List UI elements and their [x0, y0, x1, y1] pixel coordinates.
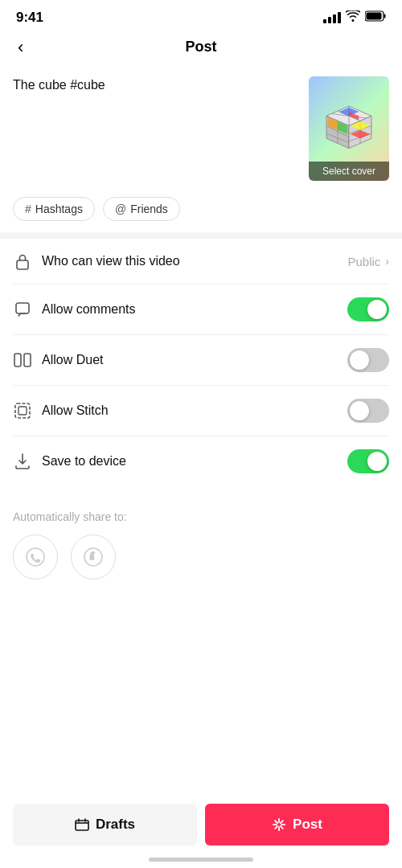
- duet-icon: [13, 350, 32, 370]
- svg-rect-29: [76, 821, 88, 830]
- post-label: Post: [293, 817, 322, 833]
- hashtags-button[interactable]: # Hashtags: [13, 197, 95, 221]
- allow-duet-row: Allow Duet: [13, 335, 389, 386]
- svg-rect-21: [17, 260, 28, 269]
- status-icons: [323, 10, 386, 25]
- toggle-knob: [350, 401, 369, 420]
- save-to-device-label: Save to device: [42, 454, 126, 469]
- share-icons-row: [13, 534, 389, 579]
- status-time: 9:41: [16, 10, 43, 26]
- post-button[interactable]: Post: [205, 804, 389, 845]
- allow-stitch-toggle[interactable]: [347, 399, 389, 423]
- svg-rect-26: [18, 407, 27, 415]
- hashtags-label: Hashtags: [35, 203, 83, 215]
- friends-label: Friends: [130, 203, 168, 215]
- toggle-knob: [350, 350, 369, 370]
- select-cover-button[interactable]: Select cover: [309, 162, 389, 181]
- who-can-view-row[interactable]: Who can view this video Public ›: [13, 239, 389, 285]
- signal-bars-icon: [323, 12, 341, 23]
- drafts-button[interactable]: Drafts: [13, 804, 197, 845]
- svg-rect-24: [24, 354, 31, 366]
- lock-icon: [13, 252, 32, 271]
- wifi-icon: [346, 10, 360, 25]
- back-button[interactable]: ‹: [14, 34, 27, 61]
- section-divider: [0, 232, 402, 239]
- header: ‹ Post: [0, 31, 402, 67]
- friends-button[interactable]: @ Friends: [103, 197, 180, 221]
- page-title: Post: [185, 39, 216, 55]
- tags-row: # Hashtags @ Friends: [0, 190, 402, 232]
- thumbnail-container: Select cover: [309, 76, 389, 181]
- allow-stitch-row: Allow Stitch: [13, 386, 389, 436]
- allow-comments-toggle[interactable]: [347, 297, 389, 321]
- comment-icon: [13, 300, 32, 319]
- who-can-view-label: Who can view this video: [42, 254, 180, 268]
- chevron-right-icon: ›: [385, 255, 389, 268]
- allow-comments-row: Allow comments: [13, 285, 389, 335]
- bottom-bar: Drafts Post: [0, 804, 402, 845]
- stitch-icon: [13, 401, 32, 420]
- snapchat-share-button[interactable]: [71, 534, 116, 579]
- whatsapp-share-button[interactable]: [13, 534, 58, 579]
- save-to-device-row: Save to device: [13, 436, 389, 486]
- svg-rect-2: [367, 13, 382, 20]
- share-section: Automatically share to:: [0, 486, 402, 592]
- rubiks-cube-image: [321, 100, 377, 157]
- settings-section: Who can view this video Public › Allow c…: [0, 239, 402, 486]
- svg-point-27: [27, 548, 44, 566]
- svg-rect-22: [16, 303, 29, 313]
- svg-rect-1: [384, 14, 386, 18]
- allow-duet-label: Allow Duet: [42, 353, 103, 367]
- content-area: The cube #cube: [0, 67, 402, 190]
- download-icon: [13, 452, 32, 471]
- allow-comments-label: Allow comments: [42, 302, 135, 317]
- svg-rect-23: [14, 354, 21, 366]
- allow-duet-toggle[interactable]: [347, 348, 389, 372]
- who-can-view-value: Public: [347, 255, 380, 268]
- toggle-knob: [367, 452, 387, 471]
- status-bar: 9:41: [0, 0, 402, 31]
- hashtag-symbol: #: [25, 203, 31, 215]
- post-sparkle-icon: [272, 817, 286, 832]
- allow-stitch-label: Allow Stitch: [42, 403, 109, 418]
- video-description[interactable]: The cube #cube: [13, 76, 299, 94]
- share-label: Automatically share to:: [13, 510, 389, 523]
- svg-rect-25: [15, 403, 30, 418]
- toggle-knob: [367, 300, 387, 319]
- home-indicator: [149, 858, 253, 862]
- drafts-icon: [75, 818, 89, 831]
- save-to-device-toggle[interactable]: [347, 449, 389, 473]
- at-symbol: @: [115, 203, 126, 215]
- drafts-label: Drafts: [96, 817, 135, 833]
- battery-icon: [365, 10, 386, 25]
